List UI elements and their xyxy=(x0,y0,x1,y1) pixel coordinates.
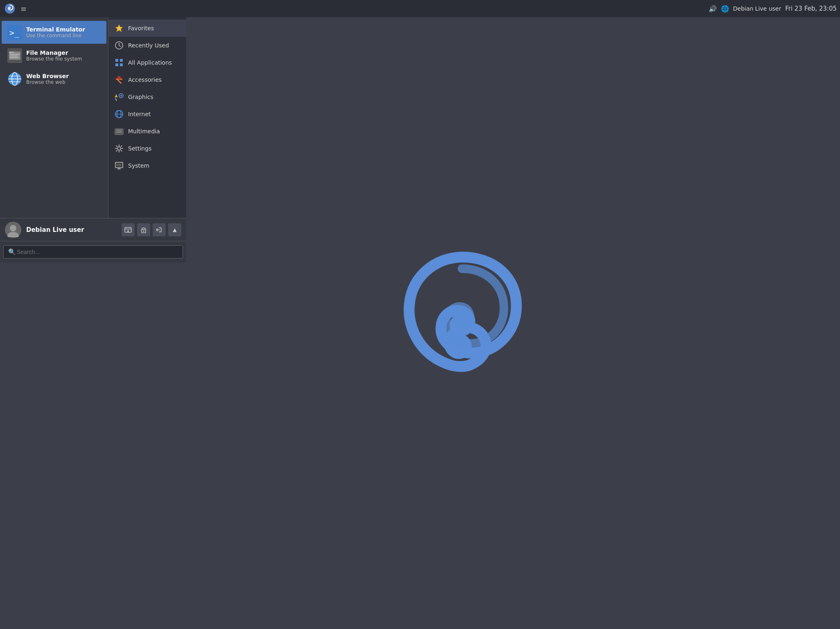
taskbar-logo[interactable] xyxy=(3,2,16,15)
system-label: System xyxy=(128,162,149,169)
graphics-label: Graphics xyxy=(128,94,153,100)
system-icon xyxy=(114,161,124,171)
taskbar-user: Debian Live user xyxy=(733,5,781,12)
all-apps-icon xyxy=(114,58,124,67)
category-settings[interactable]: Settings xyxy=(108,140,186,157)
user-avatar xyxy=(5,222,21,238)
svg-point-55 xyxy=(143,231,144,232)
category-recently-used[interactable]: Recently Used xyxy=(108,37,186,54)
svg-rect-12 xyxy=(9,52,14,53)
svg-rect-32 xyxy=(115,98,117,101)
category-accessories[interactable]: Accessories xyxy=(108,71,186,88)
svg-rect-25 xyxy=(115,59,118,62)
internet-icon xyxy=(114,109,124,119)
taskbar-menu-button[interactable]: ≡ xyxy=(20,4,27,13)
svg-rect-13 xyxy=(10,54,20,55)
category-favorites[interactable]: Favorites xyxy=(108,20,186,37)
taskbar-datetime: Fri 23 Feb, 23:05 xyxy=(785,5,837,12)
category-internet[interactable]: Internet xyxy=(108,106,186,123)
pinned-app-file-manager[interactable]: File Manager Browse the file system xyxy=(2,44,106,67)
favorites-icon xyxy=(114,23,124,33)
taskbar-right: 🔊 🌐 Debian Live user Fri 23 Feb, 23:05 xyxy=(709,5,837,13)
web-browser-title: Web Browser xyxy=(26,73,69,79)
file-manager-subtitle: Browse the file system xyxy=(26,56,82,62)
app-menu: >_ Terminal Emulator Use the command lin… xyxy=(0,17,186,263)
pinned-app-web-browser[interactable]: Web Browser Browse the web xyxy=(2,67,106,90)
multimedia-icon xyxy=(114,126,124,136)
network-tray-icon[interactable]: 🌐 xyxy=(721,5,729,13)
all-applications-label: All Applications xyxy=(128,59,172,66)
switch-user-button[interactable] xyxy=(122,223,135,236)
user-bar: Debian Live user ▲ xyxy=(0,218,186,241)
internet-label: Internet xyxy=(128,111,151,117)
settings-label: Settings xyxy=(128,145,151,152)
web-browser-subtitle: Browse the web xyxy=(26,79,69,85)
category-multimedia[interactable]: Multimedia xyxy=(108,123,186,140)
user-menu-arrow[interactable]: ▲ xyxy=(168,223,181,236)
lock-screen-button[interactable] xyxy=(137,223,150,236)
terminal-subtitle: Use the command line xyxy=(26,33,85,38)
category-system[interactable]: System xyxy=(108,157,186,174)
svg-point-49 xyxy=(10,225,16,231)
taskbar: ≡ 🔊 🌐 Debian Live user Fri 23 Feb, 23:05 xyxy=(0,0,840,17)
graphics-icon xyxy=(114,92,124,102)
svg-marker-33 xyxy=(115,94,118,97)
settings-icon xyxy=(114,144,124,153)
svg-rect-48 xyxy=(117,164,122,166)
svg-line-24 xyxy=(119,45,121,47)
svg-rect-14 xyxy=(10,56,18,56)
svg-rect-39 xyxy=(115,129,123,135)
debian-swirl-logo xyxy=(384,237,540,409)
svg-text:>_: >_ xyxy=(9,28,20,38)
terminal-icon: >_ xyxy=(7,25,22,40)
pinned-app-terminal[interactable]: >_ Terminal Emulator Use the command lin… xyxy=(2,21,106,44)
svg-point-35 xyxy=(120,95,122,97)
accessories-icon xyxy=(114,75,124,85)
web-browser-icon xyxy=(7,72,22,86)
multimedia-label: Multimedia xyxy=(128,128,160,135)
search-input[interactable] xyxy=(3,245,183,258)
svg-rect-15 xyxy=(10,57,19,58)
volume-tray-icon[interactable]: 🔊 xyxy=(709,5,717,13)
user-name: Debian Live user xyxy=(26,226,119,234)
logout-button[interactable] xyxy=(153,223,166,236)
category-all-applications[interactable]: All Applications xyxy=(108,54,186,71)
favorites-label: Favorites xyxy=(128,25,154,31)
svg-marker-21 xyxy=(115,25,123,32)
recently-used-icon xyxy=(114,40,124,50)
accessories-label: Accessories xyxy=(128,76,162,83)
svg-point-50 xyxy=(7,232,19,237)
file-manager-icon xyxy=(7,48,22,63)
svg-rect-28 xyxy=(120,63,123,66)
search-bar: 🔍 xyxy=(0,241,186,263)
svg-rect-27 xyxy=(115,63,118,66)
svg-point-31 xyxy=(117,76,121,79)
file-manager-title: File Manager xyxy=(26,49,82,56)
category-graphics[interactable]: Graphics xyxy=(108,88,186,106)
svg-point-44 xyxy=(117,147,121,150)
terminal-title: Terminal Emulator xyxy=(26,26,85,33)
svg-rect-26 xyxy=(120,59,123,62)
recently-used-label: Recently Used xyxy=(128,42,169,49)
svg-point-53 xyxy=(127,230,129,232)
